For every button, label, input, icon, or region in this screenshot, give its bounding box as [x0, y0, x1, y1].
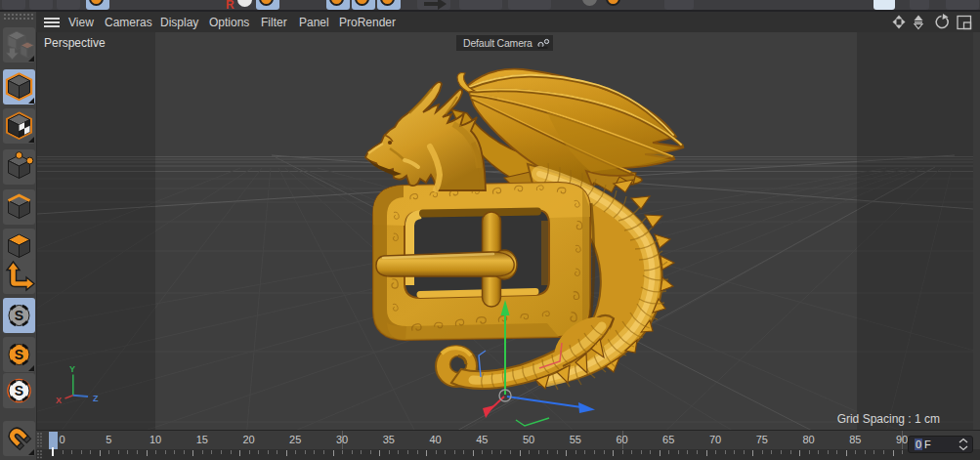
svg-text:S: S — [15, 347, 23, 362]
svg-text:Z: Z — [93, 394, 99, 403]
svg-text:S: S — [15, 383, 23, 398]
svg-text:Y: Y — [69, 364, 75, 374]
svg-text:S: S — [15, 308, 23, 323]
svg-text:X: X — [56, 396, 62, 405]
